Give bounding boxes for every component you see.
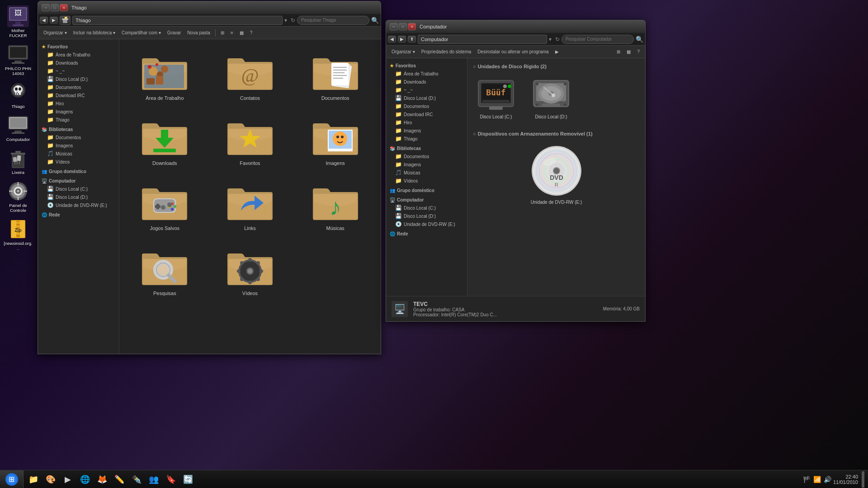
taskbar-icon-browser[interactable]: 🌐 [77,471,93,488]
win2-lib-imagens[interactable]: 📁 Imagens [386,160,467,169]
win2-more-btn[interactable]: ▶ [552,48,561,55]
search-input[interactable] [297,16,369,25]
share-btn[interactable]: Compartilhar com ▾ [119,29,164,36]
desktop-icon-computador[interactable]: Computador [2,113,34,144]
win2-sidebar-item-imagens[interactable]: 📁 Imagens [386,127,467,135]
desktop-icon-newszip[interactable]: Zip [newsinsid.org... [2,216,34,253]
sidebar-item-downloads[interactable]: 📁 Downloads [38,59,119,67]
win2-organize-btn[interactable]: Organizar ▾ [389,48,418,55]
win-close-btn[interactable]: ✕ [60,4,68,11]
win2-search-input[interactable] [561,35,634,44]
win2-sidebar-favorites-header[interactable]: ★ Favoritos [386,62,467,70]
win2-maximize-btn[interactable]: □ [399,23,407,30]
sidebar-item-thiago[interactable]: 📁 Thiago [38,116,119,124]
taskbar-icon-media[interactable]: ▶ [60,471,76,488]
folder-item-links[interactable]: Links [210,175,290,235]
taskbar-show-desktop[interactable] [862,471,864,488]
win2-minimize-btn[interactable]: ─ [390,23,398,30]
sidebar-favorites-header[interactable]: ★ Favoritos [38,43,119,51]
sidebar-network-header[interactable]: 🌐 Rede [38,211,119,219]
taskbar-icon-firefox[interactable]: 🦊 [94,471,110,488]
view-list-btn[interactable]: ≡ [228,29,236,36]
folder-item-musicas[interactable]: ♪ Músicas [295,175,375,235]
up-btn[interactable]: 📁 [60,16,71,25]
sidebar-libraries-header[interactable]: 📚 Bibliotecas [38,126,119,133]
win2-sidebar-comp-dvd[interactable]: 💿 Unidade de DVD-RW (E:) [386,220,467,228]
win2-sidebar-item-disco-d[interactable]: 💾 Disco Local (D:) [386,94,467,102]
sidebar-item-disco-d[interactable]: 💾 Disco Local (D:) [38,75,119,83]
folder-item-videos[interactable]: Vídeos [210,240,290,300]
win2-refresh-icon[interactable]: ↻ [555,36,560,42]
win2-forward-btn[interactable]: ▶ [398,36,406,42]
win2-help-btn[interactable]: ? [634,48,642,55]
taskbar-icon-photoshop[interactable]: 🎨 [42,471,59,488]
sidebar-lib-documentos[interactable]: 📁 Documentos [38,133,119,141]
back-btn[interactable]: ◀ [40,17,48,23]
organize-btn[interactable]: Organizar ▾ [41,29,70,36]
taskbar-icon-pen[interactable]: ✏️ [111,471,127,488]
taskbar-icon-refresh[interactable]: 🔄 [180,471,196,488]
sidebar-lib-musicas[interactable]: 🎵 Músicas [38,150,119,158]
sidebar-item-hiro[interactable]: 📁 Hiro [38,99,119,108]
taskbar-icon-brush[interactable]: ✒️ [128,471,145,488]
win2-sidebar-item-download-irc[interactable]: 📁 Download IRC [386,110,467,118]
desktop-icon-lixeira[interactable]: Lixeira [2,145,34,177]
win2-addr-dropdown-icon[interactable]: ▾ [549,36,552,42]
burn-btn[interactable]: Gravar [165,29,184,36]
sidebar-lib-videos[interactable]: 📁 Vídeos [38,158,119,166]
folder-item-imagens[interactable]: Imagens [295,110,375,169]
folder-item-contatos[interactable]: @ Contatos [210,45,290,104]
sidebar-item-tilde[interactable]: 📁 ~ _~ [38,67,119,75]
folder-item-favoritos[interactable]: Favoritos [210,110,290,169]
win2-view-large-btn[interactable]: ⊞ [614,48,623,55]
sidebar-comp-dvd[interactable]: 💿 Unidade de DVD-RW (E:) [38,201,119,209]
sidebar-item-imagens[interactable]: 📁 Imagens [38,108,119,116]
win2-sidebar-libraries-header[interactable]: 📚 Bibliotecas [386,145,467,152]
win2-up-btn[interactable]: ⬆ [408,36,416,42]
start-button[interactable]: ⊞ [0,470,24,488]
win2-sidebar-comp-d[interactable]: 💾 Disco Local (D:) [386,212,467,220]
win2-sidebar-item-downloads[interactable]: 📁 Downloads [386,78,467,86]
win2-lib-videos[interactable]: 📁 Vídeos [386,177,467,185]
win2-sidebar-homegroup-header[interactable]: 👥 Grupo doméstico [386,187,467,194]
win2-address-input[interactable] [418,35,547,44]
addr-refresh-icon[interactable]: ↻ [291,17,295,23]
sidebar-item-area-trabalho[interactable]: 📁 Área de Trabalho [38,51,119,59]
sidebar-comp-d[interactable]: 💾 Disco Local (D:) [38,193,119,201]
win2-lib-musicas[interactable]: 🎵 Músicas [386,169,467,177]
win2-sidebar-computer-header[interactable]: 🖥️ Computador [386,196,467,204]
win-maximize-btn[interactable]: □ [51,4,59,11]
win2-view-detail-btn[interactable]: ▦ [624,48,633,55]
win2-back-btn[interactable]: ◀ [388,36,396,42]
sidebar-item-documentos[interactable]: 📁 Documentos [38,83,119,91]
view-detail-btn[interactable]: ▦ [237,29,246,36]
disk-item-d[interactable]: Disco Local (D:) [528,74,574,122]
folder-item-area-trabalho[interactable]: Área de Trabalho [125,45,205,104]
dvd-item-e[interactable]: DVD R Unidade de DVD-RW (E:) [473,141,640,207]
help-btn[interactable]: ? [247,29,255,36]
address-input[interactable] [72,16,283,25]
taskbar-icon-fileexplorer[interactable]: 📁 [25,471,42,488]
taskbar-icon-bookmark[interactable]: 🔖 [163,471,179,488]
folder-item-pesquisas[interactable]: Pesquisas [125,240,205,300]
win2-lib-documentos[interactable]: 📁 Documentos [386,152,467,160]
desktop-icon-painel[interactable]: Painel de Controle [2,178,34,215]
forward-btn[interactable]: ▶ [50,17,58,23]
include-library-btn[interactable]: Incluir na biblioteca ▾ [71,29,118,36]
taskbar-icon-users[interactable]: 👥 [146,471,162,488]
disk-item-c[interactable]: Büüf Disco Local (C:) [473,74,519,122]
sidebar-comp-c[interactable]: 💾 Disco Local (C:) [38,185,119,193]
sidebar-homegroup-header[interactable]: 👥 Grupo doméstico [38,168,119,175]
desktop-icon-mother-fucker[interactable]: 🖼 Mother FUCKER [2,4,34,40]
view-large-btn[interactable]: ⊞ [218,29,227,36]
desktop-icon-thiago[interactable]: Thiago [2,80,34,111]
sidebar-lib-imagens[interactable]: 📁 Imagens [38,141,119,150]
win2-uninstall-btn[interactable]: Desinstalar ou alterar um programa [475,48,551,55]
desktop-icon-philco[interactable]: PHILCO PHN 14063 [2,42,34,78]
folder-item-downloads[interactable]: Downloads [125,110,205,169]
folder-item-jogos[interactable]: Jogos Salvos [125,175,205,235]
sidebar-computer-header[interactable]: 🖥️ Computador [38,177,119,185]
win2-sidebar-item-tilde[interactable]: 📁 ~ _~ [386,86,467,94]
win2-sidebar-item-area[interactable]: 📁 Área de Trabalho [386,70,467,78]
folder-item-documentos[interactable]: Documentos [295,45,375,104]
